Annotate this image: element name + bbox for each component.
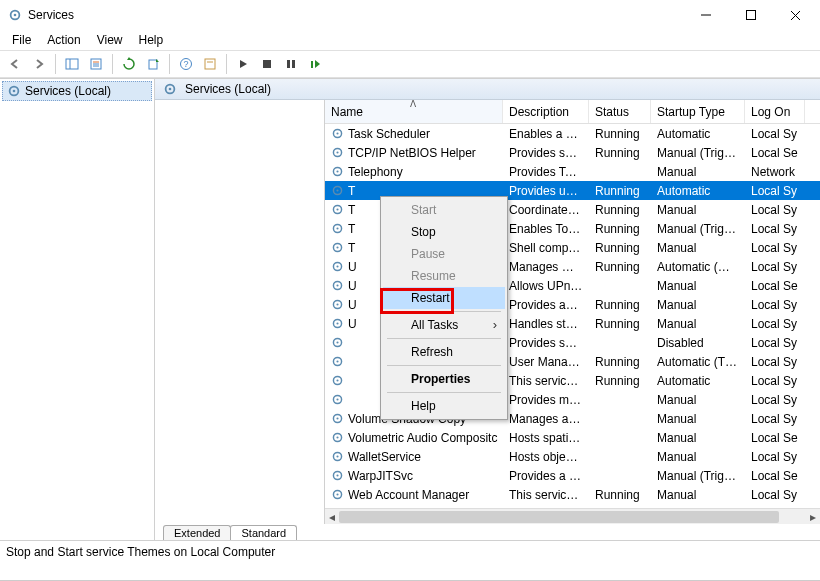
service-name-cell: Task Scheduler bbox=[325, 126, 503, 142]
col-status[interactable]: Status bbox=[589, 100, 651, 123]
svg-point-52 bbox=[336, 379, 338, 381]
service-logon-cell: Local Se bbox=[745, 278, 805, 294]
refresh-button[interactable] bbox=[118, 53, 140, 75]
col-startup[interactable]: Startup Type bbox=[651, 100, 745, 123]
ctx-refresh[interactable]: Refresh bbox=[383, 341, 505, 363]
back-button[interactable] bbox=[4, 53, 26, 75]
svg-rect-18 bbox=[287, 60, 290, 68]
props-button[interactable] bbox=[199, 53, 221, 75]
menu-help[interactable]: Help bbox=[131, 31, 172, 49]
restart-service-button[interactable] bbox=[304, 53, 326, 75]
svg-point-48 bbox=[336, 341, 338, 343]
service-logon-cell: Local Sy bbox=[745, 221, 805, 237]
ctx-all-tasks[interactable]: All Tasks bbox=[383, 314, 505, 336]
tree-node-services-local[interactable]: Services (Local) bbox=[2, 81, 152, 101]
tab-standard[interactable]: Standard bbox=[230, 525, 297, 540]
menu-action[interactable]: Action bbox=[39, 31, 88, 49]
scroll-right-icon[interactable]: ▸ bbox=[806, 510, 820, 524]
ctx-pause: Pause bbox=[383, 243, 505, 265]
service-logon-cell: Local Sy bbox=[745, 240, 805, 256]
svg-point-62 bbox=[336, 474, 338, 476]
service-name-cell: TCP/IP NetBIOS Helper bbox=[325, 145, 503, 161]
svg-rect-15 bbox=[205, 59, 215, 69]
forward-button[interactable] bbox=[28, 53, 50, 75]
tab-extended[interactable]: Extended bbox=[163, 525, 231, 540]
maximize-button[interactable] bbox=[728, 0, 773, 30]
service-status-cell bbox=[589, 475, 651, 477]
service-icon bbox=[331, 469, 344, 482]
svg-rect-12 bbox=[149, 60, 157, 69]
menu-view[interactable]: View bbox=[89, 31, 131, 49]
stop-service-button[interactable] bbox=[256, 53, 278, 75]
service-row[interactable]: TCP/IP NetBIOS HelperProvides su…Running… bbox=[325, 143, 820, 162]
ctx-start: Start bbox=[383, 199, 505, 221]
service-desc-cell: Provides m… bbox=[503, 392, 589, 408]
service-icon bbox=[331, 241, 344, 254]
service-desc-cell: Provides su… bbox=[503, 335, 589, 351]
service-startup-cell: Manual bbox=[651, 392, 745, 408]
service-desc-cell: Provides a JI… bbox=[503, 468, 589, 484]
service-status-cell bbox=[589, 342, 651, 344]
service-status-cell: Running bbox=[589, 183, 651, 199]
service-name-cell: WarpJITSvc bbox=[325, 468, 503, 484]
service-desc-cell: Provides ap… bbox=[503, 297, 589, 313]
close-button[interactable] bbox=[773, 0, 818, 30]
pause-service-button[interactable] bbox=[280, 53, 302, 75]
service-desc-cell: Provides us… bbox=[503, 183, 589, 199]
service-desc-cell: Manages an… bbox=[503, 411, 589, 427]
service-status-cell: Running bbox=[589, 126, 651, 142]
content-header-title: Services (Local) bbox=[185, 82, 271, 96]
start-service-button[interactable] bbox=[232, 53, 254, 75]
service-icon bbox=[331, 450, 344, 463]
ctx-help[interactable]: Help bbox=[383, 395, 505, 417]
detail-button[interactable] bbox=[85, 53, 107, 75]
service-startup-cell: Manual bbox=[651, 164, 745, 180]
column-headers: Name ᐱ Description Status Startup Type L… bbox=[325, 100, 820, 124]
service-row[interactable]: WarpJITSvcProvides a JI…Manual (Trig…Loc… bbox=[325, 466, 820, 485]
col-description[interactable]: Description bbox=[503, 100, 589, 123]
service-desc-cell: Enables a us… bbox=[503, 126, 589, 142]
service-startup-cell: Automatic (T… bbox=[651, 354, 745, 370]
service-row[interactable]: Volumetric Audio CompositcHosts spatia…M… bbox=[325, 428, 820, 447]
menu-file[interactable]: File bbox=[4, 31, 39, 49]
scroll-thumb[interactable] bbox=[339, 511, 779, 523]
service-desc-cell: Allows UPn… bbox=[503, 278, 589, 294]
service-startup-cell: Automatic bbox=[651, 373, 745, 389]
ctx-restart[interactable]: Restart bbox=[383, 287, 505, 309]
service-row[interactable]: TelephonyProvides Tel…ManualNetwork bbox=[325, 162, 820, 181]
col-logon[interactable]: Log On bbox=[745, 100, 805, 123]
service-logon-cell: Local Sy bbox=[745, 297, 805, 313]
svg-point-44 bbox=[336, 303, 338, 305]
service-icon bbox=[331, 431, 344, 444]
service-startup-cell: Automatic bbox=[651, 183, 745, 199]
service-status-cell: Running bbox=[589, 297, 651, 313]
service-startup-cell: Manual bbox=[651, 430, 745, 446]
help-button[interactable]: ? bbox=[175, 53, 197, 75]
service-startup-cell: Manual bbox=[651, 487, 745, 503]
horizontal-scrollbar[interactable]: ◂ ▸ bbox=[325, 508, 820, 524]
service-row[interactable]: WalletServiceHosts objec…ManualLocal Sy bbox=[325, 447, 820, 466]
service-logon-cell: Local Sy bbox=[745, 487, 805, 503]
service-status-cell: Running bbox=[589, 259, 651, 275]
toolbar: ? bbox=[0, 50, 820, 78]
service-row[interactable]: Task SchedulerEnables a us…RunningAutoma… bbox=[325, 124, 820, 143]
service-logon-cell: Local Sy bbox=[745, 373, 805, 389]
service-logon-cell: Local Sy bbox=[745, 259, 805, 275]
svg-rect-17 bbox=[263, 60, 271, 68]
minimize-button[interactable] bbox=[683, 0, 728, 30]
show-hide-tree-button[interactable] bbox=[61, 53, 83, 75]
ctx-properties[interactable]: Properties bbox=[383, 368, 505, 390]
service-startup-cell: Disabled bbox=[651, 335, 745, 351]
scroll-left-icon[interactable]: ◂ bbox=[325, 510, 339, 524]
app-icon bbox=[8, 8, 22, 22]
service-icon bbox=[331, 279, 344, 292]
ctx-stop[interactable]: Stop bbox=[383, 221, 505, 243]
service-name-cell: Telephony bbox=[325, 164, 503, 180]
service-row[interactable]: Web Account ManagerThis service …Running… bbox=[325, 485, 820, 504]
export-button[interactable] bbox=[142, 53, 164, 75]
service-startup-cell: Manual bbox=[651, 316, 745, 332]
service-desc-cell: Hosts spatia… bbox=[503, 430, 589, 446]
svg-point-60 bbox=[336, 455, 338, 457]
service-startup-cell: Manual (Trig… bbox=[651, 468, 745, 484]
service-status-cell bbox=[589, 171, 651, 173]
